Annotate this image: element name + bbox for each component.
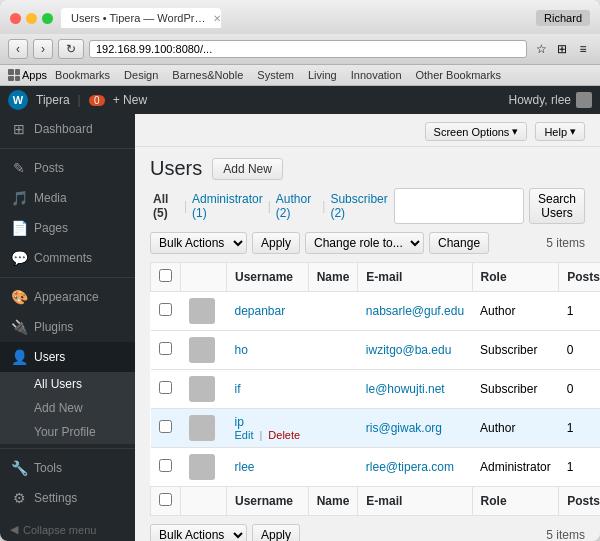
filter-tab-subscriber[interactable]: Subscriber (2) (327, 190, 392, 222)
fullscreen-dot[interactable] (42, 13, 53, 24)
add-new-button[interactable]: Add New (212, 158, 283, 180)
email-link-ho[interactable]: iwzitgo@ba.edu (366, 343, 452, 357)
howdy-area[interactable]: Howdy, rlee (509, 92, 592, 108)
sidebar-item-tools[interactable]: 🔧 Tools (0, 453, 135, 483)
sidebar-item-comments[interactable]: 💬 Comments (0, 243, 135, 273)
user-checkbox-0[interactable] (159, 303, 172, 316)
filter-tab-all[interactable]: All (5) (150, 190, 182, 222)
sidebar-item-settings[interactable]: ⚙ Settings (0, 483, 135, 513)
pages-icon: 📄 (10, 220, 28, 236)
bookmark-other[interactable]: Other Bookmarks (410, 68, 508, 82)
browser-window: Users • Tipera — WordPr… ✕ Richard ‹ › ↻… (0, 0, 600, 541)
sidebar-sub-add-new[interactable]: Add New (0, 396, 135, 420)
delete-link-ip[interactable]: Delete (268, 429, 300, 441)
bookmark-icon[interactable]: ⊞ (553, 40, 571, 58)
address-bar[interactable] (89, 40, 527, 58)
bookmark-bookmarks[interactable]: Bookmarks (49, 68, 116, 82)
email-link-ip[interactable]: ris@giwak.org (366, 421, 442, 435)
apps-grid-icon (8, 69, 20, 81)
forward-button[interactable]: › (33, 39, 53, 59)
apps-bookmark[interactable]: Apps (8, 69, 47, 81)
sidebar-item-plugins[interactable]: 🔌 Plugins (0, 312, 135, 342)
help-button[interactable]: Help ▾ (535, 122, 585, 141)
dashboard-icon: ⊞ (10, 121, 28, 137)
user-link-if[interactable]: if (235, 382, 241, 396)
username-cell-0: depanbar (227, 292, 309, 331)
user-checkbox-2[interactable] (159, 381, 172, 394)
sidebar-item-posts[interactable]: ✎ Posts (0, 153, 135, 183)
browser-titlebar: Users • Tipera — WordPr… ✕ Richard (0, 0, 600, 34)
user-link-ho[interactable]: ho (235, 343, 248, 357)
help-arrow-icon: ▾ (570, 125, 576, 138)
email-link-depanbar[interactable]: nabsarle@guf.edu (366, 304, 464, 318)
menu-icon[interactable]: ≡ (574, 40, 592, 58)
new-label[interactable]: + New (113, 93, 147, 107)
sidebar-label-tools: Tools (34, 461, 62, 475)
address-input[interactable] (96, 43, 520, 55)
sidebar-sub-your-profile[interactable]: Your Profile (0, 420, 135, 444)
filter-tabs: All (5) | Administrator (1) | Author (2)… (150, 188, 585, 224)
change-button[interactable]: Change (429, 232, 489, 254)
bookmark-innovation[interactable]: Innovation (345, 68, 408, 82)
footer-role: Role (472, 487, 559, 516)
bottom-bulk-actions-select[interactable]: Bulk Actions (150, 524, 247, 541)
settings-icon: ⚙ (10, 490, 28, 506)
select-all-footer-checkbox[interactable] (159, 493, 172, 506)
search-users-button[interactable]: Search Users (529, 188, 585, 224)
filter-tab-administrator[interactable]: Administrator (1) (189, 190, 266, 222)
posts-cell-3: 1 (559, 409, 600, 448)
change-role-select[interactable]: Change role to... (305, 232, 424, 254)
user-link-depanbar[interactable]: depanbar (235, 304, 286, 318)
screen-options-button[interactable]: Screen Options ▾ (425, 122, 528, 141)
close-dot[interactable] (10, 13, 21, 24)
edit-link-ip[interactable]: Edit (235, 429, 254, 441)
user-link-rlee[interactable]: rlee (235, 460, 255, 474)
sidebar-item-users[interactable]: 👤 Users (0, 342, 135, 372)
users-table: Username Name E-mail Role (150, 262, 600, 516)
sidebar-sub-label-add: Add New (34, 401, 83, 415)
sidebar-item-appearance[interactable]: 🎨 Appearance (0, 282, 135, 312)
user-checkbox-4[interactable] (159, 459, 172, 472)
browser-tab[interactable]: Users • Tipera — WordPr… ✕ (61, 8, 221, 28)
bookmark-living[interactable]: Living (302, 68, 343, 82)
sidebar-item-pages[interactable]: 📄 Pages (0, 213, 135, 243)
name-cell-1 (308, 331, 358, 370)
wp-logo[interactable]: W (8, 90, 28, 110)
site-name[interactable]: Tipera (36, 93, 70, 107)
sidebar-sub-label-profile: Your Profile (34, 425, 96, 439)
reload-button[interactable]: ↻ (58, 39, 84, 59)
user-checkbox-3[interactable] (159, 420, 172, 433)
email-link-rlee[interactable]: rlee@tipera.com (366, 460, 454, 474)
bulk-actions-select[interactable]: Bulk Actions (150, 232, 247, 254)
star-icon[interactable]: ☆ (532, 40, 550, 58)
user-checkbox-1[interactable] (159, 342, 172, 355)
bookmark-barnesnoble[interactable]: Barnes&Noble (166, 68, 249, 82)
table-row: ipEdit | Deleteris@giwak.orgAuthor1 (151, 409, 601, 448)
sidebar-item-media[interactable]: 🎵 Media (0, 183, 135, 213)
back-button[interactable]: ‹ (8, 39, 28, 59)
table-footer-row: Username Name E-mail Role (151, 487, 601, 516)
header-avatar-col (181, 263, 227, 292)
footer-checkbox-col (151, 487, 181, 516)
collapse-menu[interactable]: ◀ Collapse menu (0, 513, 135, 541)
footer-username: Username (227, 487, 309, 516)
tab-close-icon[interactable]: ✕ (213, 13, 221, 24)
comments-bubble[interactable]: 0 (89, 95, 105, 106)
user-link-ip[interactable]: ip (235, 415, 244, 429)
bookmark-design[interactable]: Design (118, 68, 164, 82)
sidebar-label-users: Users (34, 350, 65, 364)
sidebar-sub-all-users[interactable]: All Users (0, 372, 135, 396)
select-all-checkbox[interactable] (159, 269, 172, 282)
footer-name: Name (308, 487, 358, 516)
sidebar-item-dashboard[interactable]: ⊞ Dashboard (0, 114, 135, 144)
filter-tab-author[interactable]: Author (2) (273, 190, 320, 222)
bookmark-system[interactable]: System (251, 68, 300, 82)
name-cell-2 (308, 370, 358, 409)
role-cell-4: Administrator (472, 448, 559, 487)
user-search-input[interactable] (394, 188, 524, 224)
minimize-dot[interactable] (26, 13, 37, 24)
bottom-apply-button[interactable]: Apply (252, 524, 300, 541)
bulk-apply-button[interactable]: Apply (252, 232, 300, 254)
screen-options-arrow-icon: ▾ (512, 125, 518, 138)
email-link-if[interactable]: le@howujti.net (366, 382, 445, 396)
